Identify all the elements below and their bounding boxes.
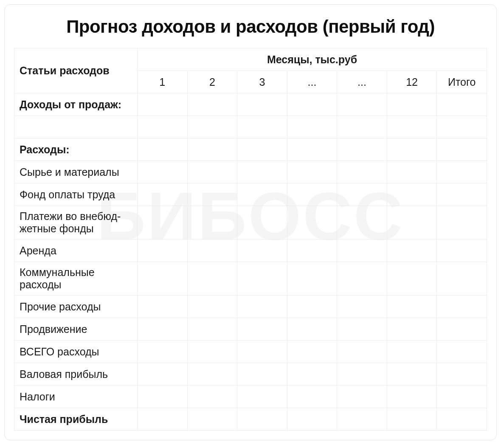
cell bbox=[237, 318, 287, 341]
row-label bbox=[14, 116, 138, 138]
table-row: Фонд оплаты труда bbox=[14, 183, 487, 206]
cell bbox=[437, 206, 487, 239]
cell bbox=[437, 239, 487, 262]
cell bbox=[187, 262, 237, 296]
cell bbox=[287, 206, 337, 239]
table-row: ВСЕГО расходы bbox=[14, 341, 487, 363]
cell bbox=[187, 161, 237, 183]
cell bbox=[237, 161, 287, 183]
cell bbox=[187, 239, 237, 262]
row-label: ВСЕГО расходы bbox=[14, 341, 138, 363]
months-group-header: Месяцы, тыс.руб bbox=[138, 48, 487, 71]
cell bbox=[337, 318, 387, 341]
cell bbox=[387, 262, 437, 296]
cell bbox=[387, 183, 437, 206]
cell bbox=[287, 161, 337, 183]
table-row: Платежи во внебюд­жетные фонды bbox=[14, 206, 487, 239]
table-row: Расходы: bbox=[14, 138, 487, 161]
cell bbox=[237, 93, 287, 116]
cell bbox=[138, 93, 188, 116]
row-label: Коммунальные расходы bbox=[14, 262, 138, 296]
cell bbox=[187, 206, 237, 239]
forecast-table: Статьи расходов Месяцы, тыс.руб 1 2 3 ..… bbox=[14, 48, 487, 431]
row-label: Продвижение bbox=[14, 318, 138, 341]
cell bbox=[437, 296, 487, 318]
table-header-row-1: Статьи расходов Месяцы, тыс.руб bbox=[14, 48, 487, 71]
table-row: Налоги bbox=[14, 386, 487, 408]
cell bbox=[437, 408, 487, 431]
cell bbox=[337, 183, 387, 206]
cell bbox=[237, 116, 287, 138]
cell bbox=[138, 116, 188, 138]
table-row: Прочие расходы bbox=[14, 296, 487, 318]
cell bbox=[437, 318, 487, 341]
cell bbox=[187, 386, 237, 408]
cell bbox=[138, 386, 188, 408]
cell bbox=[287, 386, 337, 408]
cell bbox=[387, 296, 437, 318]
cell bbox=[337, 161, 387, 183]
cell bbox=[287, 296, 337, 318]
cell bbox=[387, 341, 437, 363]
table-row: Аренда bbox=[14, 239, 487, 262]
table-body: Доходы от продаж:Расходы:Сырье и материа… bbox=[14, 93, 487, 431]
cell bbox=[337, 363, 387, 386]
cell bbox=[237, 262, 287, 296]
cell bbox=[437, 262, 487, 296]
cell bbox=[337, 239, 387, 262]
cell bbox=[337, 206, 387, 239]
cell bbox=[387, 116, 437, 138]
cell bbox=[437, 386, 487, 408]
cell bbox=[237, 363, 287, 386]
cell bbox=[387, 161, 437, 183]
cell bbox=[287, 93, 337, 116]
cell bbox=[287, 138, 337, 161]
cell bbox=[287, 341, 337, 363]
table-row: Сырье и материалы bbox=[14, 161, 487, 183]
cell bbox=[187, 138, 237, 161]
cell bbox=[437, 138, 487, 161]
row-header-label: Статьи расходов bbox=[14, 48, 138, 93]
cell bbox=[138, 341, 188, 363]
table-row: Валовая прибыль bbox=[14, 363, 487, 386]
cell bbox=[237, 183, 287, 206]
cell bbox=[387, 386, 437, 408]
row-label: Аренда bbox=[14, 239, 138, 262]
cell bbox=[138, 161, 188, 183]
row-label: Налоги bbox=[14, 386, 138, 408]
cell bbox=[287, 318, 337, 341]
table-row: Продвижение bbox=[14, 318, 487, 341]
cell bbox=[287, 183, 337, 206]
col-header-total: Итого bbox=[437, 71, 487, 93]
table-row: Чистая прибыль bbox=[14, 408, 487, 431]
cell bbox=[187, 296, 237, 318]
cell bbox=[138, 408, 188, 431]
cell bbox=[437, 116, 487, 138]
cell bbox=[187, 408, 237, 431]
col-header-5: ... bbox=[337, 71, 387, 93]
cell bbox=[187, 363, 237, 386]
cell bbox=[337, 93, 387, 116]
cell bbox=[337, 386, 387, 408]
cell bbox=[387, 408, 437, 431]
page-title: Прогноз доходов и расходов (первый год) bbox=[14, 17, 487, 37]
row-label: Фонд оплаты труда bbox=[14, 183, 138, 206]
col-header-1: 1 bbox=[138, 71, 188, 93]
forecast-card: БИБОСС Прогноз доходов и расходов (первы… bbox=[4, 4, 497, 440]
cell bbox=[187, 341, 237, 363]
col-header-6: 12 bbox=[387, 71, 437, 93]
cell bbox=[387, 138, 437, 161]
cell bbox=[437, 183, 487, 206]
cell bbox=[337, 262, 387, 296]
cell bbox=[138, 318, 188, 341]
row-label: Доходы от продаж: bbox=[14, 93, 138, 116]
cell bbox=[237, 206, 287, 239]
cell bbox=[287, 408, 337, 431]
cell bbox=[187, 183, 237, 206]
cell bbox=[287, 116, 337, 138]
cell bbox=[187, 318, 237, 341]
row-label: Прочие расходы bbox=[14, 296, 138, 318]
cell bbox=[437, 341, 487, 363]
cell bbox=[237, 341, 287, 363]
cell bbox=[237, 296, 287, 318]
